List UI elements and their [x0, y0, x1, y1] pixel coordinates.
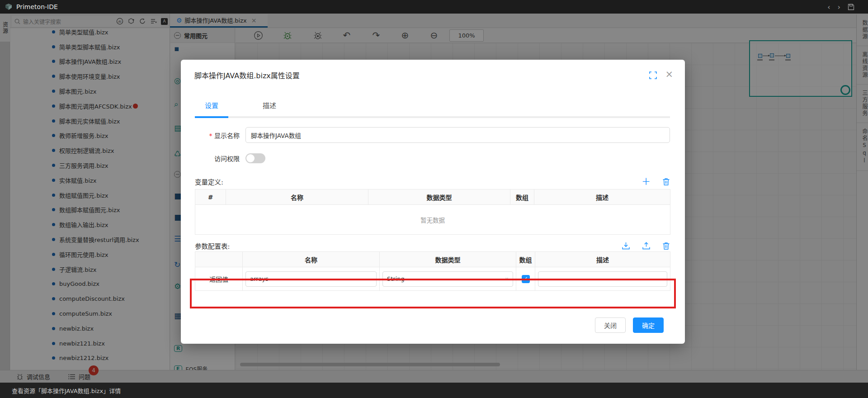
- column-header: #: [195, 190, 226, 205]
- dialog-tab[interactable]: 设置: [195, 100, 228, 116]
- column-header: 数据类型: [368, 190, 510, 205]
- column-header: 名称: [243, 252, 380, 267]
- dialog-tabs: 设置 描述: [195, 100, 670, 118]
- delete-variable-icon[interactable]: [662, 178, 670, 186]
- param-type-value: String: [387, 275, 405, 282]
- variables-section-header: 变量定义: ＋: [195, 177, 670, 186]
- variables-table-header-row: #名称数据类型数组描述: [195, 190, 670, 205]
- delete-params-icon[interactable]: [662, 242, 670, 250]
- column-header: 数据类型: [380, 252, 516, 267]
- variables-label: 变量定义:: [195, 177, 223, 186]
- params-label: 参数配置表:: [195, 241, 230, 251]
- dialog-title: 脚本操作JAVA数组.bizx属性设置: [194, 71, 300, 80]
- params-table-header-row: 名称数据类型数组描述: [195, 252, 670, 267]
- variables-actions: ＋: [642, 177, 670, 186]
- close-button[interactable]: 关闭: [595, 317, 626, 333]
- app-title: Primeton-IDE: [16, 3, 58, 10]
- properties-dialog: 脚本操作JAVA数组.bizx属性设置 × 设置 描述 显示名称 访问权限 变量…: [181, 60, 685, 344]
- array-checkbox[interactable]: ✓: [522, 275, 530, 283]
- return-value-row: 返回值 String ∨ ✓: [195, 267, 670, 291]
- params-table: 名称数据类型数组描述 返回值 String ∨ ✓: [195, 251, 670, 291]
- close-icon[interactable]: ×: [665, 70, 673, 79]
- access-toggle[interactable]: [245, 153, 265, 163]
- forward-icon[interactable]: ›: [838, 3, 840, 11]
- display-name-input[interactable]: [245, 127, 670, 143]
- column-header: 描述: [535, 252, 670, 267]
- app-logo-icon: [5, 3, 13, 11]
- access-label: 访问权限: [195, 154, 245, 163]
- access-row: 访问权限: [195, 153, 670, 163]
- display-name-label: 显示名称: [195, 131, 245, 140]
- variables-table: #名称数据类型数组描述 暂无数据: [195, 189, 670, 235]
- export-params-icon[interactable]: [642, 242, 651, 250]
- param-type-select[interactable]: String ∨: [382, 271, 513, 287]
- back-icon[interactable]: ‹: [827, 3, 830, 11]
- column-header: 数组: [516, 252, 535, 267]
- toggle-knob: [246, 154, 255, 162]
- add-variable-icon[interactable]: ＋: [642, 177, 651, 186]
- column-header: 名称: [226, 190, 368, 205]
- dialog-tab[interactable]: 描述: [253, 100, 286, 116]
- titlebar-controls: ‹ ›: [827, 0, 854, 14]
- column-header: 描述: [534, 190, 670, 205]
- params-section-header: 参数配置表:: [195, 241, 670, 251]
- display-name-row: 显示名称: [195, 127, 670, 143]
- status-bar: 查看资源「脚本操作JAVA数组.bizx」详情: [0, 383, 868, 398]
- empty-data-text: 暂无数据: [195, 205, 670, 235]
- dialog-header: 脚本操作JAVA数组.bizx属性设置 ×: [181, 60, 685, 85]
- title-bar: Primeton-IDE ‹ ›: [0, 0, 868, 14]
- param-description-input[interactable]: [538, 271, 667, 287]
- column-header: [195, 252, 243, 267]
- status-text: 查看资源「脚本操作JAVA数组.bizx」详情: [12, 386, 121, 395]
- ok-button[interactable]: 确定: [633, 317, 664, 333]
- save-icon[interactable]: [848, 4, 854, 10]
- param-kind-cell: 返回值: [195, 267, 243, 291]
- primeton-ide-app: 输入关键字搜索 AI A ⚙ 脚本操作JAVA数组.bizx × 资源 简单类型…: [0, 0, 868, 398]
- params-actions: [622, 242, 670, 250]
- import-params-icon[interactable]: [622, 242, 630, 250]
- chevron-down-icon: ∨: [505, 276, 509, 282]
- param-name-input[interactable]: [245, 271, 377, 287]
- fullscreen-icon[interactable]: [649, 71, 657, 79]
- column-header: 数组: [510, 190, 534, 205]
- dialog-footer: 关闭 确定: [595, 317, 664, 333]
